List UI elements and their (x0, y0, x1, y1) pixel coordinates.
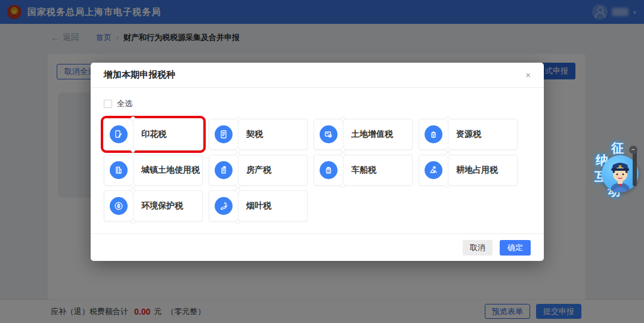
card-notch (445, 183, 450, 188)
card-notch (236, 219, 240, 224)
vehicle-vessel-icon (320, 161, 338, 179)
urban-land-icon (110, 161, 128, 179)
tax-type-label: 车船税 (351, 165, 376, 176)
tax-type-card[interactable]: 车船税 (314, 155, 413, 186)
card-notch (340, 116, 345, 121)
card-notch (236, 116, 240, 121)
card-notch (236, 183, 240, 188)
tax-type-card[interactable]: 环境保护税 (104, 190, 203, 222)
tax-type-card[interactable]: 烟叶税 (209, 190, 308, 222)
card-dashed-divider (343, 158, 343, 183)
card-notch (236, 188, 240, 193)
tax-type-card[interactable]: 房产税 (209, 155, 308, 186)
card-notch (340, 183, 345, 188)
card-dashed-divider (238, 193, 239, 219)
card-dashed-divider (343, 122, 343, 147)
tax-type-card[interactable]: 城镇土地使用税 (104, 155, 203, 186)
card-notch (131, 116, 135, 121)
card-dashed-divider (133, 122, 134, 147)
card-notch (131, 188, 135, 193)
card-notch (340, 147, 345, 152)
card-notch (340, 152, 345, 157)
tax-type-card[interactable]: 耕地占用税 (419, 155, 518, 186)
card-dashed-divider (238, 158, 239, 183)
resource-icon (425, 125, 442, 143)
tax-type-label: 环境保护税 (141, 201, 183, 211)
farmland-icon (425, 161, 442, 179)
tax-type-label: 契税 (246, 129, 263, 140)
add-tax-types-dialog: 增加本期申报税种 × 全选 印花税契税土地增值税资源税城镇土地使用税房产税车船税… (91, 63, 544, 261)
close-icon[interactable]: × (525, 70, 531, 79)
tax-type-card[interactable]: 土地增值税 (314, 119, 413, 150)
card-notch (445, 152, 450, 157)
tax-type-grid: 印花税契税土地增值税资源税城镇土地使用税房产税车船税耕地占用税环境保护税烟叶税 (104, 119, 531, 222)
tax-type-card[interactable]: 印花税 (104, 119, 203, 150)
card-notch (445, 147, 450, 152)
card-notch (131, 152, 135, 157)
card-notch (445, 116, 450, 121)
environment-icon (110, 197, 128, 215)
deed-contract-icon (215, 125, 233, 143)
card-notch (131, 219, 135, 224)
select-all-row[interactable]: 全选 (104, 99, 531, 109)
card-notch (131, 183, 135, 188)
card-notch (236, 152, 240, 157)
tax-type-label: 房产税 (246, 165, 271, 176)
tax-type-label: 印花税 (141, 129, 166, 140)
card-dashed-divider (448, 122, 448, 147)
widget-collapse-button[interactable]: − (629, 146, 637, 154)
stamp-document-icon (110, 125, 128, 143)
tax-type-label: 资源税 (456, 129, 481, 140)
property-icon (215, 161, 233, 179)
tax-type-label: 烟叶税 (246, 201, 271, 211)
tax-type-label: 城镇土地使用税 (141, 165, 200, 176)
cancel-button[interactable]: 取消 (463, 240, 493, 256)
tax-type-card[interactable]: 资源税 (419, 119, 518, 150)
card-notch (131, 147, 135, 152)
card-dashed-divider (448, 158, 448, 183)
card-dashed-divider (238, 122, 239, 147)
select-all-checkbox[interactable] (104, 100, 112, 108)
land-appreciation-icon (320, 125, 338, 143)
select-all-label: 全选 (117, 99, 132, 109)
tobacco-icon (215, 197, 233, 215)
card-dashed-divider (133, 158, 134, 183)
confirm-button[interactable]: 确定 (500, 240, 531, 256)
tax-type-card[interactable]: 契税 (209, 119, 308, 150)
dialog-title: 增加本期申报税种 (104, 69, 175, 81)
tax-type-label: 土地增值税 (351, 129, 393, 140)
card-notch (236, 147, 240, 152)
tax-type-label: 耕地占用税 (456, 165, 498, 176)
card-dashed-divider (133, 193, 134, 219)
widget-char: 征 (611, 140, 624, 156)
